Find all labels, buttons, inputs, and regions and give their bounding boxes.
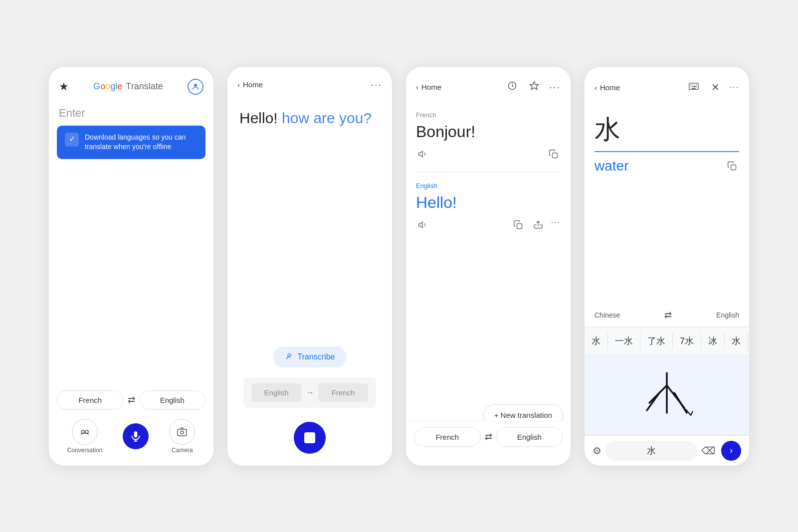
record-button-area xyxy=(227,422,392,466)
logo-o2: o xyxy=(105,81,110,92)
stop-icon xyxy=(304,432,315,443)
svg-point-7 xyxy=(181,431,184,434)
settings-icon[interactable]: ⚙ xyxy=(593,445,601,457)
english-translation-word: water xyxy=(595,158,628,174)
google-translate-logo: G o o g l e Translate xyxy=(93,81,163,92)
screen1-bottom-bar: French ⇄ English Conversation xyxy=(49,382,213,466)
transcript-text: Hello! how are you? xyxy=(239,108,380,128)
screen-2-transcribe: ‹ Home ··· Hello! how are you? Transcrib… xyxy=(227,67,392,466)
sug-2[interactable]: 一水 xyxy=(608,332,640,350)
source-audio-copy-row xyxy=(416,147,561,164)
more-options-icon[interactable]: ··· xyxy=(730,83,739,92)
conversation-action[interactable]: Conversation xyxy=(67,419,103,454)
microphone-action[interactable] xyxy=(123,423,149,449)
target-language-button[interactable]: English xyxy=(139,390,206,410)
screen3-bottom-bar: French ⇄ English xyxy=(406,421,571,466)
offline-tooltip: ✓ Download languages so you can translat… xyxy=(57,126,205,159)
enter-placeholder: Enter xyxy=(59,107,85,119)
translation-more-options-icon[interactable]: ··· xyxy=(551,218,561,234)
svg-rect-23 xyxy=(731,165,736,170)
back-label: Home xyxy=(600,83,620,92)
conversation-icon xyxy=(72,419,98,445)
screen-1-google-translate-home: ★ G o o g l e Translate Enter ✓ Download… xyxy=(49,67,213,466)
logo-o1: o xyxy=(100,81,105,92)
translation-result-area: water xyxy=(585,158,749,176)
target-lang-text: English xyxy=(716,311,739,319)
svg-rect-12 xyxy=(553,153,558,158)
input-toolbar: ⚙ 水 ⌫ › xyxy=(585,435,749,466)
backspace-icon[interactable]: ⌫ xyxy=(701,445,715,457)
sug-6[interactable]: 水 xyxy=(725,332,748,350)
screen-4-handwriting: ‹ Home ✕ ··· 水 water xyxy=(585,67,749,466)
sug-1[interactable]: 水 xyxy=(585,332,608,350)
stop-record-button[interactable] xyxy=(294,422,326,454)
svg-point-2 xyxy=(85,430,88,433)
text-input-display[interactable]: 水 xyxy=(605,441,697,461)
screen4-header: ‹ Home ✕ ··· xyxy=(585,67,749,104)
language-selector-row: French ⇄ English xyxy=(57,390,205,410)
source-copy-icon[interactable] xyxy=(547,147,561,164)
source-language-button[interactable]: French xyxy=(57,390,124,410)
swap-icon[interactable]: ⇄ xyxy=(664,310,672,321)
back-button[interactable]: ‹ Home xyxy=(237,80,263,89)
star-icon[interactable]: ★ xyxy=(59,80,69,93)
screen3-header: ‹ Home ··· xyxy=(406,67,571,103)
copy-translation-icon[interactable] xyxy=(725,159,739,176)
transcript-area: Hello! how are you? xyxy=(227,98,392,347)
sug-7[interactable]: 火 xyxy=(748,332,749,350)
svg-rect-14 xyxy=(517,223,522,228)
screen2-header: ‹ Home ··· xyxy=(227,67,392,98)
target-audio-icon[interactable] xyxy=(416,218,430,234)
blue-divider xyxy=(595,151,739,152)
history-icon[interactable] xyxy=(505,79,519,95)
transcript-normal-text: Hello! xyxy=(239,110,278,126)
logo-g2: g xyxy=(110,81,115,92)
user-avatar[interactable] xyxy=(188,79,203,95)
chinese-char-input-area: 水 xyxy=(585,104,749,151)
target-lang-label: English xyxy=(416,182,561,189)
swap-languages-icon[interactable]: ⇄ xyxy=(485,431,492,442)
share-icon[interactable] xyxy=(531,218,545,234)
keyboard-icon[interactable] xyxy=(686,79,701,96)
back-chevron-icon: ‹ xyxy=(416,83,418,91)
sug-3[interactable]: 了水 xyxy=(640,332,673,350)
back-chevron-icon: ‹ xyxy=(595,83,597,92)
submit-button[interactable]: › xyxy=(721,441,741,461)
source-audio-icon[interactable] xyxy=(416,147,430,164)
svg-point-0 xyxy=(194,84,197,87)
transcribe-button[interactable]: Transcribe xyxy=(273,347,347,367)
back-button[interactable]: ‹ Home xyxy=(416,83,441,91)
swap-languages-icon[interactable]: ⇄ xyxy=(128,394,135,405)
target-language-button[interactable]: English xyxy=(496,427,563,447)
sug-4[interactable]: 7水 xyxy=(673,332,701,350)
target-lang-selector[interactable]: French xyxy=(318,383,368,402)
more-options-icon[interactable]: ··· xyxy=(371,79,382,90)
language-row: Chinese ⇄ English xyxy=(585,304,749,327)
new-translation-label: + New translation xyxy=(494,411,552,419)
language-select-row: English → French xyxy=(243,377,376,408)
camera-action[interactable]: Camera xyxy=(169,419,195,454)
svg-rect-6 xyxy=(178,429,187,436)
back-label: Home xyxy=(421,83,441,91)
divider xyxy=(416,172,561,172)
handwriting-canvas[interactable] xyxy=(585,355,749,435)
transcribe-button-area: Transcribe xyxy=(227,347,392,367)
source-language-button[interactable]: French xyxy=(414,427,481,447)
close-icon[interactable]: ✕ xyxy=(709,79,722,95)
conversation-label: Conversation xyxy=(67,447,103,454)
more-options-icon[interactable]: ··· xyxy=(549,81,561,93)
logo-e: e xyxy=(117,81,122,92)
sug-5[interactable]: 冰 xyxy=(701,332,725,350)
target-translated-text: Hello! xyxy=(416,193,561,212)
tooltip-text: Download languages so you can translate … xyxy=(85,133,198,152)
screen4-bottom-panel: Chinese ⇄ English 水 一水 了水 7水 冰 水 火 ≡ xyxy=(585,304,749,466)
star-icon[interactable] xyxy=(527,79,541,95)
target-copy-icon[interactable] xyxy=(511,218,525,234)
source-lang-selector[interactable]: English xyxy=(251,383,301,402)
back-button[interactable]: ‹ Home xyxy=(595,83,620,92)
source-translated-text: Bonjour! xyxy=(416,123,561,141)
enter-text-area: Enter xyxy=(49,107,213,120)
arrow-icon: → xyxy=(305,387,314,398)
svg-marker-11 xyxy=(419,151,423,157)
camera-label: Camera xyxy=(172,447,193,454)
